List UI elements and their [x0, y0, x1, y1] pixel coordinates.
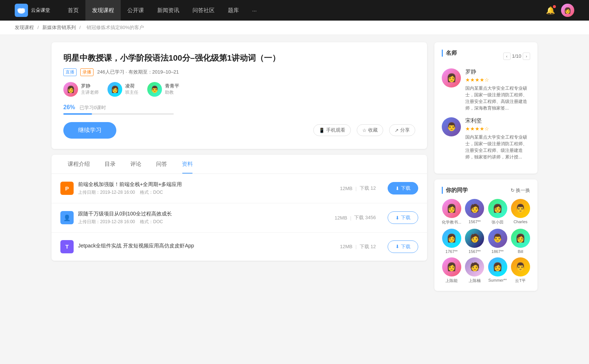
student-2: 🧑 1567** — [465, 199, 484, 225]
continue-learning-button[interactable]: 继续学习 — [63, 122, 116, 139]
nav-home[interactable]: 首页 — [61, 0, 85, 21]
tab-catalog[interactable]: 目录 — [97, 155, 123, 174]
student-9-name: 上陈能 — [442, 278, 461, 283]
nav-right: 🔔 👩 — [546, 4, 574, 17]
star-icon: ☆ — [362, 128, 367, 133]
progress-bar-fill — [63, 113, 92, 115]
mobile-view-button[interactable]: 📱 手机观看 — [313, 124, 351, 136]
nav-exam[interactable]: 题库 — [221, 0, 246, 21]
teacher-3-role: 助教 — [165, 89, 179, 96]
nav-news[interactable]: 新闻资讯 — [151, 0, 186, 21]
notification-bell[interactable]: 🔔 — [546, 6, 555, 15]
student-10: 🧑 上陈楠 — [465, 257, 484, 283]
main-layout: 明星中教授课，小学阶段语法100分–强化级第1讲动词（一） 直播 录播 246人… — [37, 35, 552, 304]
nav-discover[interactable]: 发现课程 — [85, 0, 121, 21]
course-card: 明星中教授课，小学阶段语法100分–强化级第1讲动词（一） 直播 录播 246人… — [52, 42, 427, 149]
download-icon-1: ⬇ — [395, 186, 399, 191]
teachers-card-title: 名师 — [442, 50, 457, 57]
breadcrumb-series[interactable]: 新媒体营销系列 — [42, 25, 76, 30]
download-button-3[interactable]: ⬇ 下载 — [388, 240, 418, 253]
file-size-1: 12MB — [340, 186, 353, 191]
student-1-name: 化学教书... — [442, 220, 461, 225]
progress-percent: 26% — [63, 104, 75, 110]
sidebar-teacher-2-desc: 国内某重点大学安全工程专业硕士，国家一级注册消防工程师、注册安全工程师、级注册建… — [465, 134, 530, 160]
download-icon-3: ⬇ — [395, 244, 399, 249]
mobile-icon: 📱 — [319, 128, 325, 133]
student-4: 👨 Charles — [511, 199, 530, 225]
student-8-avatar: 👩 — [511, 229, 530, 248]
student-1-avatar: 👩 — [442, 199, 461, 218]
badge-live: 直播 — [63, 68, 77, 76]
student-1: 👩 化学教书... — [442, 199, 461, 225]
sidebar-teacher-2-avatar: 👨 — [442, 117, 461, 136]
file-size-3: 12MB — [340, 244, 353, 249]
sidebar-teacher-2-info: 宋利坚 ★★★★☆ 国内某重点大学安全工程专业硕士，国家一级注册消防工程师、注册… — [465, 117, 530, 160]
share-icon: ↗ — [395, 128, 399, 133]
file-stats-3: 12MB | 下载 12 — [340, 243, 376, 250]
badge-record: 录播 — [80, 68, 94, 76]
teachers-next-button[interactable]: › — [523, 53, 530, 60]
download-button-2[interactable]: ⬇ 下载 — [388, 211, 418, 224]
favorite-label: 收藏 — [368, 127, 378, 133]
file-info-1: 前端全栈加强版！前端全栈+全周期+多端应用 上传日期：2019-12-28 16… — [78, 181, 328, 196]
logo-icon — [15, 4, 28, 17]
breadcrumb-sep1: / — [38, 25, 40, 30]
action-buttons: 📱 手机观看 ☆ 收藏 ↗ 分享 — [313, 124, 415, 136]
student-6-name: 1567** — [465, 249, 484, 254]
user-avatar[interactable]: 👩 — [561, 4, 574, 17]
logo[interactable]: 云朵课堂 — [15, 4, 50, 17]
svg-point-2 — [21, 8, 25, 11]
tabs-section: 课程介绍 目录 评论 问答 资料 P 前端全栈加强版！前端全栈+全周期+多端应用… — [52, 155, 427, 261]
sidebar-teacher-1-stars: ★★★★☆ — [465, 77, 530, 83]
share-button[interactable]: ↗ 分享 — [389, 124, 415, 136]
favorite-button[interactable]: ☆ 收藏 — [357, 124, 383, 136]
file-name-2: 跟随千万级项目从0到100全过程高效成长 — [78, 211, 323, 217]
file-icon-1: P — [60, 182, 74, 195]
file-item-2: 👤 跟随千万级项目从0到100全过程高效成长 上传日期：2019-12-28 1… — [52, 203, 427, 233]
file-item-3: T Jetpack全组件实战 开发短视频应用高仿皮皮虾App 12MB | 下载… — [52, 233, 427, 261]
breadcrumb: 发现课程 / 新媒体营销系列 / 销冠修炼术搞定80%的客户 — [0, 21, 589, 35]
nav-public[interactable]: 公开课 — [121, 0, 151, 21]
student-10-avatar: 🧑 — [465, 257, 484, 276]
teacher-1-name: 罗静 — [81, 83, 99, 89]
sidebar-teacher-2-stars: ★★★★☆ — [465, 126, 530, 132]
classmates-title: 你的同学 — [442, 187, 468, 194]
file-name-3: Jetpack全组件实战 开发短视频应用高仿皮皮虾App — [78, 243, 328, 249]
teacher-1-avatar: 👩 — [63, 82, 78, 97]
student-8-name: Bill — [511, 249, 530, 254]
course-stats: 246人已学习 · 有效期至：2019–10–21 — [97, 69, 179, 75]
breadcrumb-discover[interactable]: 发现课程 — [15, 25, 34, 30]
course-actions: 继续学习 📱 手机观看 ☆ 收藏 ↗ 分享 — [63, 122, 415, 139]
sidebar-teacher-1-desc: 国内某重点大学安全工程专业硕士，国家一级注册消防工程师、注册安全工程师、高级注册… — [465, 85, 530, 111]
student-9: 👩 上陈能 — [442, 257, 461, 283]
student-3-avatar: 👩 — [488, 199, 507, 218]
navigation: 云朵课堂 首页 发现课程 公开课 新闻资讯 问答社区 题库 ··· 🔔 👩 — [0, 0, 589, 21]
tab-review[interactable]: 评论 — [123, 155, 149, 174]
download-button-1[interactable]: ⬇ 下载 — [388, 182, 418, 195]
file-item-1: P 前端全栈加强版！前端全栈+全周期+多端应用 上传日期：2019-12-28 … — [52, 174, 427, 203]
teachers-pagination: ‹ 1/10 › — [503, 53, 530, 60]
nav-more[interactable]: ··· — [246, 0, 264, 21]
teachers-prev-button[interactable]: ‹ — [503, 53, 511, 60]
tab-intro[interactable]: 课程介绍 — [60, 155, 97, 174]
teachers-card-header: 名师 ‹ 1/10 › — [442, 50, 530, 63]
nav-qa[interactable]: 问答社区 — [186, 0, 221, 21]
student-11-name: Summer** — [488, 278, 507, 282]
teacher-2-role: 班主任 — [125, 89, 138, 96]
file-meta-1: 上传日期：2019-12-28 16:00 格式：DOC — [78, 189, 328, 196]
student-4-name: Charles — [511, 220, 530, 224]
share-label: 分享 — [400, 127, 410, 133]
logo-text: 云朵课堂 — [31, 7, 50, 14]
student-3: 👩 张小田 — [488, 199, 507, 225]
tab-qa[interactable]: 问答 — [149, 155, 174, 174]
student-7-name: 1867** — [488, 249, 507, 254]
student-11-avatar: 👩 — [488, 257, 507, 276]
progress-section: 26% 已学习0课时 — [63, 104, 415, 115]
student-2-avatar: 🧑 — [465, 199, 484, 218]
refresh-button[interactable]: ↻ 换一换 — [511, 187, 530, 194]
sidebar-teacher-1: 👩 罗静 ★★★★☆ 国内某重点大学安全工程专业硕士，国家一级注册消防工程师、注… — [442, 68, 530, 111]
refresh-label: 换一换 — [516, 187, 530, 194]
file-icon-3: T — [60, 240, 74, 253]
sidebar-teacher-2: 👨 宋利坚 ★★★★☆ 国内某重点大学安全工程专业硕士，国家一级注册消防工程师、… — [442, 117, 530, 160]
tab-materials[interactable]: 资料 — [174, 155, 200, 174]
